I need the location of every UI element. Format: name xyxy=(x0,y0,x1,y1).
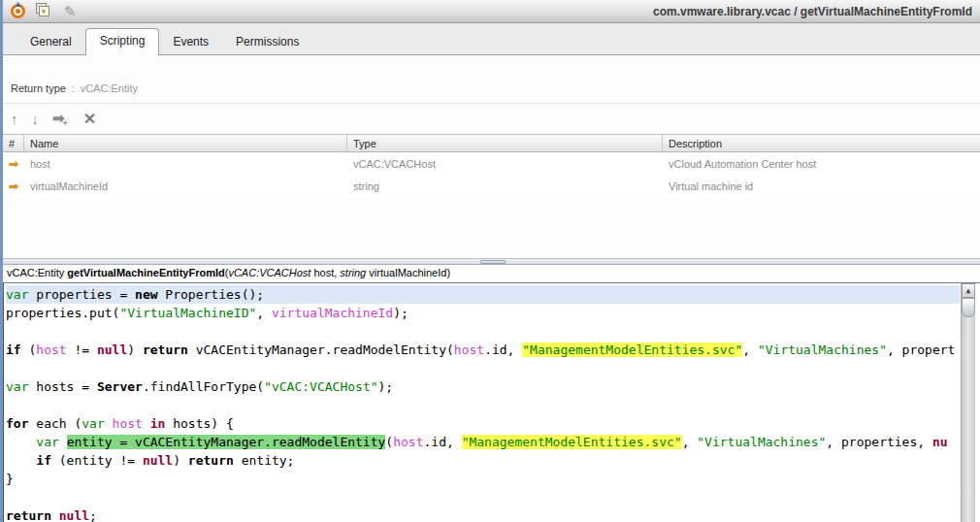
action-run-icon[interactable]: ▲ xyxy=(9,3,26,20)
code-token: var xyxy=(36,435,58,449)
code-line[interactable]: var entity = vCACEntityManager.readModel… xyxy=(6,433,960,451)
code-line[interactable] xyxy=(6,396,960,414)
search-highlight-token: "ManagementModelEntities.svc" xyxy=(462,435,682,449)
parameter-row[interactable]: ➡virtualMachineIdstringVirtual machine i… xyxy=(3,175,980,197)
code-token: .findAllForType( xyxy=(143,379,264,394)
action-editor-window: ▲ + ✎ com.vmware.library.vcac / getVirtu… xyxy=(0,0,980,522)
title-bar-icons: ▲ + ✎ xyxy=(9,3,79,20)
duplicate-icon[interactable]: + xyxy=(35,3,52,20)
code-token xyxy=(105,416,113,431)
selection-highlight-token: entity = vCACEntityManager.readModelEnti… xyxy=(67,435,386,449)
code-token: host xyxy=(454,343,484,357)
code-line[interactable]: if (entity != null) return entity; xyxy=(6,451,960,470)
function-signature: vCAC:Entity getVirtualMachineEntityFromI… xyxy=(3,265,980,282)
tab-events[interactable]: Events xyxy=(159,30,222,54)
code-token: != xyxy=(67,343,97,357)
parameter-row[interactable]: ➡hostvCAC:VCACHostvCloud Automation Cent… xyxy=(3,152,980,175)
column-header-name[interactable]: Name xyxy=(24,135,347,151)
parameter-type: vCAC:VCACHost xyxy=(347,158,663,170)
add-parameter-button[interactable]: ➡+ xyxy=(52,111,70,128)
signature-token: host, xyxy=(310,267,340,278)
code-line[interactable]: var hosts = Server.findAllForType("vCAC:… xyxy=(6,377,960,396)
script-code-editor[interactable]: var properties = new Properties();proper… xyxy=(3,282,980,522)
code-token: hosts = xyxy=(28,379,96,394)
code-token: vCACEntityManager.readModelEntity( xyxy=(188,343,454,357)
column-header-num[interactable]: # xyxy=(3,135,24,151)
code-token: host xyxy=(113,416,143,431)
code-line[interactable] xyxy=(6,322,960,341)
parameters-toolbar: ↑↓➡+✕ xyxy=(3,104,980,134)
code-token: if xyxy=(6,343,21,357)
code-token xyxy=(143,416,150,431)
code-token: , xyxy=(742,343,758,357)
code-line[interactable]: if (host != null) return vCACEntityManag… xyxy=(6,341,960,359)
code-token xyxy=(6,435,36,449)
edit-pencil-icon[interactable]: ✎ xyxy=(61,3,79,20)
signature-token: string xyxy=(340,267,366,278)
code-token: ); xyxy=(378,379,394,394)
code-token: for xyxy=(6,416,28,431)
tab-scripting[interactable]: Scripting xyxy=(85,28,160,55)
code-token: , xyxy=(256,306,272,320)
code-token: "VirtualMachines" xyxy=(758,343,887,357)
search-highlight-token: "ManagementModelEntities.svc" xyxy=(522,343,742,357)
code-token: var xyxy=(82,416,104,431)
return-type-separator: : xyxy=(72,83,75,94)
code-line[interactable] xyxy=(6,359,960,377)
column-header-type[interactable]: Type xyxy=(347,135,663,151)
code-token: ); xyxy=(393,306,408,320)
return-type-row: Return type : vCAC:Entity xyxy=(3,82,980,104)
code-token: null xyxy=(97,343,127,357)
plus-badge-icon: + xyxy=(63,118,68,128)
code-token: "VirtualMachineID" xyxy=(119,306,256,320)
code-token: null xyxy=(59,508,89,522)
code-token: var xyxy=(6,379,28,394)
in-parameter-arrow-icon: ➡ xyxy=(3,179,24,193)
code-token: ) xyxy=(127,343,143,357)
scrollbar-thumb[interactable] xyxy=(962,298,975,317)
parameter-name: host xyxy=(24,158,347,170)
code-token: ; xyxy=(89,508,97,522)
scripting-tab-content: Return type : vCAC:Entity ↑↓➡+✕ #NameTyp… xyxy=(3,55,980,258)
move-up-button[interactable]: ↑ xyxy=(11,112,18,127)
parameter-description: vCloud Automation Center host xyxy=(663,158,980,170)
code-token: nu xyxy=(932,435,948,449)
parameters-table-body: ➡hostvCAC:VCACHostvCloud Automation Cent… xyxy=(3,152,980,197)
run-arrow-icon: ▲ xyxy=(14,0,22,9)
code-line[interactable]: } xyxy=(6,470,960,488)
code-token: return xyxy=(188,453,234,468)
tab-general[interactable]: General xyxy=(16,30,85,54)
return-type-value[interactable]: vCAC:Entity xyxy=(81,82,138,94)
signature-token: vCAC:Entity xyxy=(7,267,67,278)
code-token xyxy=(6,453,36,468)
scroll-up-icon[interactable]: ▲ xyxy=(962,283,975,298)
code-token: , xyxy=(682,435,698,449)
tab-permissions[interactable]: Permissions xyxy=(222,30,312,54)
code-token: , properties, xyxy=(826,435,932,449)
code-line[interactable]: var properties = new Properties(); xyxy=(6,285,960,304)
code-line[interactable]: return null; xyxy=(6,506,960,522)
code-token: .id, xyxy=(424,435,462,449)
code-line[interactable] xyxy=(6,488,960,506)
code-token: return xyxy=(6,508,51,522)
code-token xyxy=(59,435,67,449)
vertical-scrollbar[interactable]: ▲ xyxy=(961,283,975,522)
pencil-glyph-icon: ✎ xyxy=(64,3,77,20)
delete-parameter-button[interactable]: ✕ xyxy=(83,112,96,127)
code-token: .id, xyxy=(484,343,522,357)
code-line[interactable]: for each (var host in hosts) { xyxy=(6,414,960,433)
code-token: , propert xyxy=(887,343,955,357)
move-down-button[interactable]: ↓ xyxy=(32,112,40,127)
code-line[interactable]: properties.put("VirtualMachineID", virtu… xyxy=(6,304,960,322)
code-token: hosts) { xyxy=(165,416,233,431)
code-token: Server xyxy=(97,379,143,394)
code-token: if xyxy=(36,453,51,468)
in-parameter-arrow-icon: ➡ xyxy=(3,157,24,171)
column-header-description[interactable]: Description xyxy=(663,135,980,151)
code-token: "vCAC:VCACHost" xyxy=(264,379,377,394)
horizontal-splitter[interactable] xyxy=(3,258,980,265)
code-token: "VirtualMachines" xyxy=(697,435,826,449)
code-token xyxy=(51,508,59,522)
parameter-type: string xyxy=(347,180,663,192)
window-title: com.vmware.library.vcac / getVirtualMach… xyxy=(653,5,972,18)
